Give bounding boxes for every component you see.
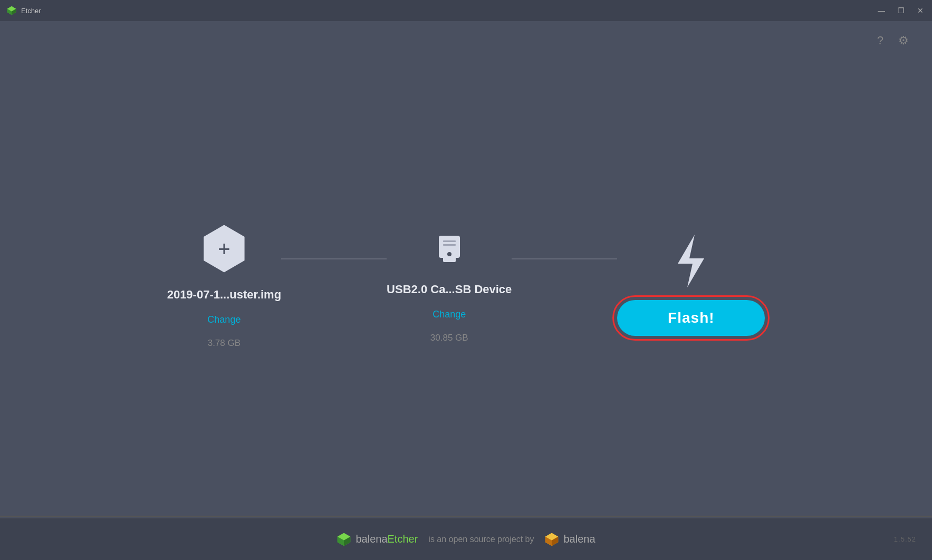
svg-rect-8 xyxy=(443,244,456,246)
plus-icon: + xyxy=(218,238,230,259)
select-drive-button[interactable] xyxy=(428,228,470,270)
footer-content: balenaEtcher is an open source project b… xyxy=(337,532,595,547)
image-name: 2019-07-1...uster.img xyxy=(167,288,281,302)
close-button[interactable]: ✕ xyxy=(915,5,926,16)
balena-cube-icon xyxy=(337,532,351,547)
steps-container: + 2019-07-1...uster.img Change 3.78 GB xyxy=(167,223,765,349)
svg-rect-5 xyxy=(443,257,456,262)
lightning-icon-area xyxy=(672,235,709,287)
balena-etcher-logo: balenaEtcher xyxy=(337,532,418,547)
image-change-button[interactable]: Change xyxy=(207,314,241,325)
help-icon: ? xyxy=(877,34,883,47)
image-step: + 2019-07-1...uster.img Change 3.78 GB xyxy=(167,223,281,349)
footer: balenaEtcher is an open source project b… xyxy=(0,518,932,560)
app-title: Etcher xyxy=(21,7,41,15)
main-content: + 2019-07-1...uster.img Change 3.78 GB xyxy=(0,21,932,518)
flash-button[interactable]: Flash! xyxy=(617,300,765,336)
minimize-button[interactable]: — xyxy=(876,5,887,16)
svg-marker-9 xyxy=(678,235,704,287)
open-source-text: is an open source project by xyxy=(428,535,534,544)
maximize-button[interactable]: ❐ xyxy=(896,5,907,16)
balena-brand-icon xyxy=(544,532,559,547)
footer-company: balena xyxy=(563,533,595,545)
svg-rect-7 xyxy=(443,240,456,242)
progress-line xyxy=(0,516,932,517)
settings-icon: ⚙ xyxy=(898,34,909,47)
drive-icon xyxy=(428,228,470,270)
hex-shape: + xyxy=(200,225,248,273)
svg-point-6 xyxy=(447,252,451,256)
app-logo-icon xyxy=(6,5,17,16)
balena-brand: balena xyxy=(544,532,595,547)
connector-1 xyxy=(281,258,387,259)
drive-change-button[interactable]: Change xyxy=(433,309,466,320)
help-button[interactable]: ? xyxy=(875,32,886,50)
settings-button[interactable]: ⚙ xyxy=(896,32,911,50)
version-label: 1.5.52 xyxy=(894,535,916,543)
hex-icon: + xyxy=(198,223,251,275)
drive-name: USB2.0 Ca...SB Device xyxy=(387,283,512,296)
drive-step: USB2.0 Ca...SB Device Change 30.85 GB xyxy=(387,228,512,343)
flash-step: Flash! xyxy=(617,235,765,336)
drive-size: 30.85 GB xyxy=(430,333,468,343)
titlebar: Etcher — ❐ ✕ xyxy=(0,0,932,21)
lightning-icon xyxy=(672,235,709,287)
toolbar-icons: ? ⚙ xyxy=(875,32,911,50)
image-size: 3.78 GB xyxy=(208,338,241,349)
window-controls: — ❐ ✕ xyxy=(876,5,926,16)
footer-brand-prefix: balenaEtcher xyxy=(355,533,418,545)
connector-2 xyxy=(512,258,617,259)
select-image-button[interactable]: + xyxy=(198,223,251,275)
